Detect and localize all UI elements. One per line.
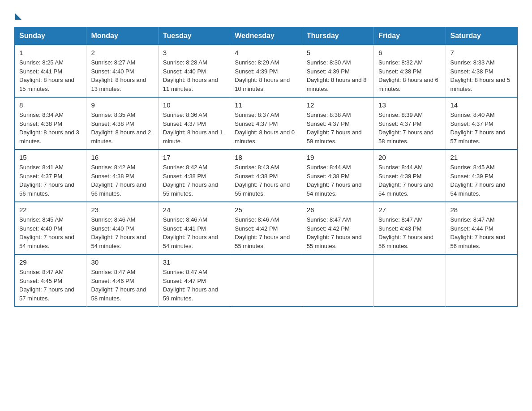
day-number: 3 bbox=[163, 49, 225, 56]
calendar-week-row: 8 Sunrise: 8:34 AM Sunset: 4:38 PM Dayli… bbox=[15, 97, 518, 150]
day-info: Sunrise: 8:45 AM Sunset: 4:40 PM Dayligh… bbox=[19, 215, 82, 250]
header-cell-thursday: Thursday bbox=[302, 27, 373, 45]
day-info: Sunrise: 8:45 AM Sunset: 4:39 PM Dayligh… bbox=[450, 163, 513, 198]
day-info: Sunrise: 8:46 AM Sunset: 4:40 PM Dayligh… bbox=[91, 215, 153, 250]
calendar-header: SundayMondayTuesdayWednesdayThursdayFrid… bbox=[15, 27, 518, 45]
day-info: Sunrise: 8:47 AM Sunset: 4:47 PM Dayligh… bbox=[163, 268, 225, 303]
calendar-cell: 20 Sunrise: 8:44 AM Sunset: 4:39 PM Dayl… bbox=[374, 150, 446, 202]
day-number: 18 bbox=[235, 154, 297, 161]
day-info: Sunrise: 8:35 AM Sunset: 4:38 PM Dayligh… bbox=[91, 111, 153, 146]
day-number: 30 bbox=[91, 258, 153, 266]
day-number: 19 bbox=[307, 154, 369, 161]
day-info: Sunrise: 8:25 AM Sunset: 4:41 PM Dayligh… bbox=[19, 58, 82, 93]
day-info: Sunrise: 8:46 AM Sunset: 4:42 PM Dayligh… bbox=[235, 215, 297, 250]
day-number: 17 bbox=[163, 154, 225, 161]
calendar-cell: 9 Sunrise: 8:35 AM Sunset: 4:38 PM Dayli… bbox=[86, 97, 158, 150]
calendar-cell bbox=[230, 254, 302, 307]
header-cell-tuesday: Tuesday bbox=[158, 27, 230, 45]
calendar-cell: 25 Sunrise: 8:46 AM Sunset: 4:42 PM Dayl… bbox=[230, 202, 302, 254]
day-number: 21 bbox=[450, 154, 513, 161]
day-number: 7 bbox=[450, 49, 513, 56]
calendar-cell: 13 Sunrise: 8:39 AM Sunset: 4:37 PM Dayl… bbox=[374, 97, 446, 150]
calendar-cell: 16 Sunrise: 8:42 AM Sunset: 4:38 PM Dayl… bbox=[86, 150, 158, 202]
header-cell-saturday: Saturday bbox=[446, 27, 517, 45]
day-info: Sunrise: 8:44 AM Sunset: 4:38 PM Dayligh… bbox=[307, 163, 369, 198]
calendar-cell: 7 Sunrise: 8:33 AM Sunset: 4:38 PM Dayli… bbox=[446, 45, 517, 97]
calendar-cell bbox=[446, 254, 517, 307]
day-info: Sunrise: 8:29 AM Sunset: 4:39 PM Dayligh… bbox=[235, 58, 297, 93]
day-number: 31 bbox=[163, 258, 225, 266]
calendar-cell: 24 Sunrise: 8:46 AM Sunset: 4:41 PM Dayl… bbox=[158, 202, 230, 254]
day-number: 23 bbox=[91, 206, 153, 214]
day-number: 22 bbox=[19, 206, 82, 214]
calendar-cell: 23 Sunrise: 8:46 AM Sunset: 4:40 PM Dayl… bbox=[86, 202, 158, 254]
calendar-week-row: 22 Sunrise: 8:45 AM Sunset: 4:40 PM Dayl… bbox=[15, 202, 518, 254]
calendar-cell bbox=[302, 254, 373, 307]
logo bbox=[14, 11, 21, 18]
day-info: Sunrise: 8:44 AM Sunset: 4:39 PM Dayligh… bbox=[378, 163, 441, 198]
calendar-cell: 22 Sunrise: 8:45 AM Sunset: 4:40 PM Dayl… bbox=[15, 202, 86, 254]
calendar-table: SundayMondayTuesdayWednesdayThursdayFrid… bbox=[14, 27, 518, 307]
calendar-cell bbox=[374, 254, 446, 307]
calendar-cell: 11 Sunrise: 8:37 AM Sunset: 4:37 PM Dayl… bbox=[230, 97, 302, 150]
day-info: Sunrise: 8:32 AM Sunset: 4:38 PM Dayligh… bbox=[378, 58, 441, 93]
day-number: 25 bbox=[235, 206, 297, 214]
calendar-cell: 6 Sunrise: 8:32 AM Sunset: 4:38 PM Dayli… bbox=[374, 45, 446, 97]
day-info: Sunrise: 8:47 AM Sunset: 4:44 PM Dayligh… bbox=[450, 215, 513, 250]
page-header bbox=[14, 11, 518, 18]
calendar-cell: 12 Sunrise: 8:38 AM Sunset: 4:37 PM Dayl… bbox=[302, 97, 373, 150]
day-info: Sunrise: 8:46 AM Sunset: 4:41 PM Dayligh… bbox=[163, 215, 225, 250]
calendar-cell: 28 Sunrise: 8:47 AM Sunset: 4:44 PM Dayl… bbox=[446, 202, 517, 254]
day-info: Sunrise: 8:33 AM Sunset: 4:38 PM Dayligh… bbox=[450, 58, 513, 93]
day-info: Sunrise: 8:41 AM Sunset: 4:37 PM Dayligh… bbox=[19, 163, 82, 198]
calendar-cell: 10 Sunrise: 8:36 AM Sunset: 4:37 PM Dayl… bbox=[158, 97, 230, 150]
day-info: Sunrise: 8:42 AM Sunset: 4:38 PM Dayligh… bbox=[91, 163, 153, 198]
day-number: 4 bbox=[235, 49, 297, 56]
day-number: 27 bbox=[378, 206, 441, 214]
calendar-cell: 15 Sunrise: 8:41 AM Sunset: 4:37 PM Dayl… bbox=[15, 150, 86, 202]
day-info: Sunrise: 8:47 AM Sunset: 4:43 PM Dayligh… bbox=[378, 215, 441, 250]
calendar-cell: 3 Sunrise: 8:28 AM Sunset: 4:40 PM Dayli… bbox=[158, 45, 230, 97]
calendar-cell: 1 Sunrise: 8:25 AM Sunset: 4:41 PM Dayli… bbox=[15, 45, 86, 97]
calendar-cell: 5 Sunrise: 8:30 AM Sunset: 4:39 PM Dayli… bbox=[302, 45, 373, 97]
day-number: 26 bbox=[307, 206, 369, 214]
day-number: 28 bbox=[450, 206, 513, 214]
day-info: Sunrise: 8:30 AM Sunset: 4:39 PM Dayligh… bbox=[307, 58, 369, 93]
calendar-cell: 19 Sunrise: 8:44 AM Sunset: 4:38 PM Dayl… bbox=[302, 150, 373, 202]
day-number: 9 bbox=[91, 101, 153, 109]
day-number: 24 bbox=[163, 206, 225, 214]
calendar-week-row: 15 Sunrise: 8:41 AM Sunset: 4:37 PM Dayl… bbox=[15, 150, 518, 202]
day-number: 5 bbox=[307, 49, 369, 56]
header-cell-wednesday: Wednesday bbox=[230, 27, 302, 45]
day-info: Sunrise: 8:38 AM Sunset: 4:37 PM Dayligh… bbox=[307, 111, 369, 146]
day-number: 29 bbox=[19, 258, 82, 266]
day-info: Sunrise: 8:40 AM Sunset: 4:37 PM Dayligh… bbox=[450, 111, 513, 146]
day-info: Sunrise: 8:47 AM Sunset: 4:42 PM Dayligh… bbox=[307, 215, 369, 250]
day-number: 16 bbox=[91, 154, 153, 161]
day-number: 1 bbox=[19, 49, 82, 56]
day-number: 11 bbox=[235, 101, 297, 109]
calendar-week-row: 29 Sunrise: 8:47 AM Sunset: 4:45 PM Dayl… bbox=[15, 254, 518, 307]
calendar-cell: 21 Sunrise: 8:45 AM Sunset: 4:39 PM Dayl… bbox=[446, 150, 517, 202]
calendar-cell: 26 Sunrise: 8:47 AM Sunset: 4:42 PM Dayl… bbox=[302, 202, 373, 254]
day-number: 20 bbox=[378, 154, 441, 161]
day-info: Sunrise: 8:39 AM Sunset: 4:37 PM Dayligh… bbox=[378, 111, 441, 146]
day-info: Sunrise: 8:28 AM Sunset: 4:40 PM Dayligh… bbox=[163, 58, 225, 93]
calendar-cell: 30 Sunrise: 8:47 AM Sunset: 4:46 PM Dayl… bbox=[86, 254, 158, 307]
day-info: Sunrise: 8:27 AM Sunset: 4:40 PM Dayligh… bbox=[91, 58, 153, 93]
header-cell-monday: Monday bbox=[86, 27, 158, 45]
calendar-cell: 4 Sunrise: 8:29 AM Sunset: 4:39 PM Dayli… bbox=[230, 45, 302, 97]
day-info: Sunrise: 8:37 AM Sunset: 4:37 PM Dayligh… bbox=[235, 111, 297, 146]
day-info: Sunrise: 8:34 AM Sunset: 4:38 PM Dayligh… bbox=[19, 111, 82, 146]
day-info: Sunrise: 8:42 AM Sunset: 4:38 PM Dayligh… bbox=[163, 163, 225, 198]
day-number: 10 bbox=[163, 101, 225, 109]
calendar-cell: 14 Sunrise: 8:40 AM Sunset: 4:37 PM Dayl… bbox=[446, 97, 517, 150]
calendar-body: 1 Sunrise: 8:25 AM Sunset: 4:41 PM Dayli… bbox=[15, 45, 518, 307]
day-number: 6 bbox=[378, 49, 441, 56]
day-info: Sunrise: 8:43 AM Sunset: 4:38 PM Dayligh… bbox=[235, 163, 297, 198]
day-number: 2 bbox=[91, 49, 153, 56]
calendar-cell: 31 Sunrise: 8:47 AM Sunset: 4:47 PM Dayl… bbox=[158, 254, 230, 307]
calendar-cell: 29 Sunrise: 8:47 AM Sunset: 4:45 PM Dayl… bbox=[15, 254, 86, 307]
logo-arrow-icon bbox=[15, 13, 21, 20]
calendar-cell: 2 Sunrise: 8:27 AM Sunset: 4:40 PM Dayli… bbox=[86, 45, 158, 97]
